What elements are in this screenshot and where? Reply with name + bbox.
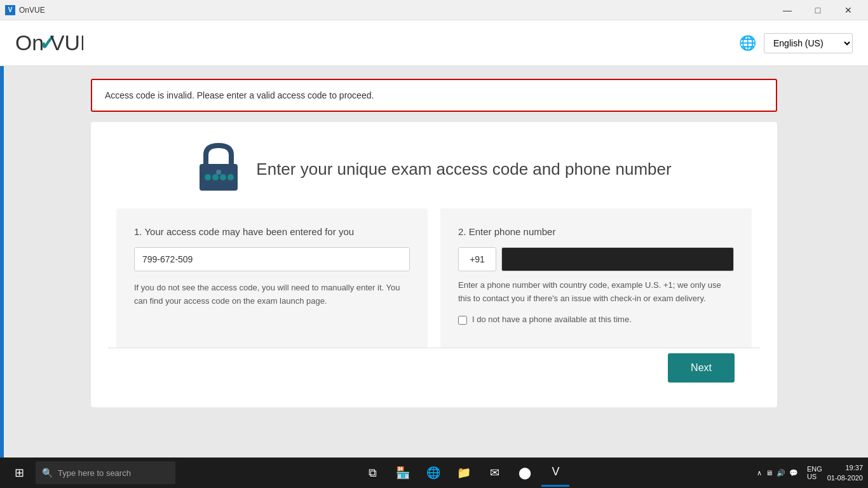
svg-point-6 <box>220 174 226 180</box>
globe-icon[interactable]: 🌐 <box>739 35 756 51</box>
mail-button[interactable]: ✉ <box>480 459 508 487</box>
right-panel: 2. Enter phone number Enter a phone numb… <box>440 208 752 348</box>
edge-button[interactable]: 🌐 <box>419 459 447 487</box>
no-phone-row: I do not have a phone available at this … <box>458 315 734 325</box>
store-button[interactable]: 🏪 <box>389 459 417 487</box>
error-message: Access code is invalid. Please enter a v… <box>105 90 374 100</box>
lock-icon <box>196 142 241 196</box>
taskbar-right: ∧ 🖥 🔊 💬 ENG US 19:37 01-08-2020 <box>753 463 863 484</box>
language-selector[interactable]: English (US) <box>764 33 853 53</box>
task-view-button[interactable]: ⧉ <box>358 459 386 487</box>
start-icon: ⊞ <box>15 466 24 480</box>
network-icon: 🖥 <box>766 469 773 477</box>
title-bar: V OnVUE — □ ✕ <box>0 0 868 20</box>
title-bar-controls: — □ ✕ <box>773 0 863 20</box>
svg-point-5 <box>212 174 219 180</box>
taskbar-center: ⧉ 🏪 🌐 📁 ✉ ⬤ V <box>358 459 569 487</box>
title-bar-left: V OnVUE <box>5 5 45 15</box>
logo: On ✓ VUE <box>15 30 83 56</box>
lang-code: ENG <box>807 465 822 473</box>
main-content: Access code is invalid. Please enter a v… <box>0 66 868 458</box>
next-button[interactable]: Next <box>668 353 735 383</box>
close-button[interactable]: ✕ <box>834 0 863 20</box>
left-accent-bar <box>0 66 4 458</box>
svg-point-4 <box>205 174 211 180</box>
error-banner: Access code is invalid. Please enter a v… <box>91 79 777 112</box>
app-header: On ✓ VUE 🌐 English (US) <box>0 20 868 66</box>
language-badge: ENG US <box>807 465 822 480</box>
start-button[interactable]: ⊞ <box>5 459 33 487</box>
no-phone-checkbox[interactable] <box>458 316 467 325</box>
left-panel: 1. Your access code may have been entere… <box>116 208 428 348</box>
notif-icon[interactable]: 💬 <box>789 469 798 477</box>
svg-point-7 <box>227 174 234 180</box>
phone-number-input[interactable] <box>501 247 734 271</box>
time-display: 19:37 01-08-2020 <box>827 463 863 484</box>
current-time: 19:37 <box>827 463 863 473</box>
card-header: Enter your unique exam access code and p… <box>91 122 777 208</box>
no-phone-label: I do not have a phone available at this … <box>472 315 632 324</box>
speaker-icon: 🔊 <box>776 469 785 477</box>
phone-row <box>458 247 734 271</box>
explorer-button[interactable]: 📁 <box>450 459 478 487</box>
taskbar: ⊞ 🔍 Type here to search ⧉ 🏪 🌐 📁 ✉ ⬤ V ∧ … <box>0 458 868 488</box>
onvue-taskbar-button[interactable]: V <box>541 459 569 487</box>
current-date: 01-08-2020 <box>827 473 863 484</box>
card-title: Enter your unique exam access code and p… <box>256 159 671 179</box>
search-placeholder: Type here to search <box>58 468 131 478</box>
svg-point-8 <box>216 170 221 175</box>
system-tray: ∧ 🖥 🔊 💬 <box>753 469 802 477</box>
left-panel-title: 1. Your access code may have been entere… <box>134 226 410 237</box>
search-icon: 🔍 <box>42 468 53 478</box>
phone-help: Enter a phone number with country code, … <box>458 279 734 306</box>
taskbar-left: ⊞ 🔍 Type here to search <box>5 459 175 487</box>
logo-svg: On ✓ VUE <box>15 30 83 56</box>
chevron-up-icon[interactable]: ∧ <box>757 469 762 477</box>
chrome-button[interactable]: ⬤ <box>511 459 539 487</box>
card-body: 1. Your access code may have been entere… <box>91 208 777 348</box>
maximize-button[interactable]: □ <box>803 0 832 20</box>
app-icon-letter: V <box>8 6 13 13</box>
right-panel-title: 2. Enter phone number <box>458 226 734 237</box>
search-bar[interactable]: 🔍 Type here to search <box>36 461 175 484</box>
access-code-input[interactable] <box>134 247 410 271</box>
region-code: US <box>807 473 822 480</box>
country-code-input[interactable] <box>458 247 496 271</box>
access-code-help: If you do not see the access code, you w… <box>134 281 410 308</box>
minimize-button[interactable]: — <box>773 0 802 20</box>
app-icon: V <box>5 5 15 15</box>
footer-bar: Next <box>108 348 760 388</box>
svg-text:VUE: VUE <box>50 30 83 55</box>
main-card: Enter your unique exam access code and p… <box>91 122 777 407</box>
header-right: 🌐 English (US) <box>739 33 853 53</box>
app-title: OnVUE <box>19 6 45 15</box>
